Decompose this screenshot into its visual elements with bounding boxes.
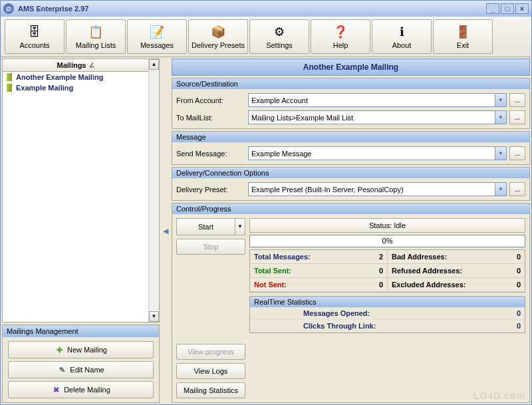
- view-progress-button: View progress: [176, 344, 245, 360]
- delivery-preset-browse-button[interactable]: ...: [509, 182, 525, 196]
- from-account-label: From Account:: [176, 96, 248, 104]
- sort-arrow-icon: ∠: [89, 62, 94, 68]
- realtime-stats-header: RealTime Statistics: [250, 297, 525, 307]
- view-logs-button[interactable]: View Logs: [176, 363, 245, 379]
- toolbar-settings-button[interactable]: ⚙Settings: [249, 19, 309, 54]
- refused-addresses-value: 0: [517, 267, 521, 275]
- scroll-up-button[interactable]: ▲: [149, 59, 159, 70]
- mailing-item-0[interactable]: Another Example Mailing: [3, 72, 148, 82]
- new-mailing-button[interactable]: ✚ New Mailing: [8, 341, 154, 358]
- exit-icon: 🚪: [454, 24, 472, 40]
- app-icon: @: [3, 3, 14, 14]
- mailings-scrollbar[interactable]: ▲ ▼: [148, 59, 159, 322]
- management-header: Mailings Management: [3, 325, 159, 337]
- main-toolbar: 🗄Accounts📋Mailing Lists📝Messages📦Deliver…: [1, 17, 531, 57]
- to-maillist-dropdown[interactable]: Mailing Lists>Example Mail List ▼: [248, 110, 507, 124]
- total-sent-label: Total Sent:: [254, 267, 291, 275]
- control-section-header: Control/Progress: [172, 203, 529, 214]
- status-text: Status: Idle: [249, 218, 525, 233]
- source-section-header: Source/Destination: [172, 78, 529, 89]
- chevron-down-icon: ▼: [495, 147, 506, 160]
- accounts-icon: 🗄: [25, 24, 44, 40]
- toolbar-accounts-button[interactable]: 🗄Accounts: [5, 19, 65, 54]
- start-dropdown-button[interactable]: ▼: [235, 218, 245, 235]
- close-button[interactable]: ×: [515, 3, 529, 14]
- toolbar-mailing-lists-button[interactable]: 📋Mailing Lists: [66, 19, 126, 54]
- watermark: LO4D.com: [473, 390, 525, 401]
- edit-name-button[interactable]: ✎ Edit Name: [8, 361, 154, 378]
- chevron-down-icon: ▼: [495, 111, 506, 124]
- chevron-down-icon: ▼: [495, 94, 506, 106]
- send-message-label: Send Message:: [176, 150, 248, 158]
- messages-opened-label: Messages Opened:: [303, 309, 370, 317]
- from-account-browse-button[interactable]: ...: [509, 93, 525, 107]
- mailing-lists-icon: 📋: [86, 24, 105, 40]
- messages-opened-value: 0: [494, 309, 521, 317]
- total-sent-value: 0: [379, 267, 383, 275]
- clicks-through-value: 0: [494, 322, 521, 330]
- titlebar: @ AMS Enterprise 2.97 _ □ ×: [1, 1, 531, 17]
- status-bar-icon: [7, 73, 12, 81]
- status-bar-icon: [7, 84, 12, 92]
- splitter-collapse[interactable]: ◀: [162, 59, 169, 403]
- mailing-title: Another Example Mailing: [172, 59, 530, 76]
- toolbar-messages-button[interactable]: 📝Messages: [127, 19, 187, 54]
- about-icon: ℹ: [392, 24, 411, 40]
- minimize-button[interactable]: _: [486, 3, 499, 14]
- mailing-statistics-button[interactable]: Mailing Statistics: [176, 382, 245, 398]
- not-sent-label: Not Sent:: [254, 281, 287, 289]
- from-account-dropdown[interactable]: Example Account ▼: [248, 93, 507, 107]
- plus-icon: ✚: [55, 345, 64, 354]
- delivery-preset-label: Delivery Preset:: [176, 186, 248, 194]
- send-message-browse-button[interactable]: ...: [509, 146, 525, 160]
- bad-addresses-value: 0: [517, 253, 521, 261]
- send-message-dropdown[interactable]: Example Message ▼: [248, 146, 507, 160]
- clicks-through-label: Clicks Through Link:: [303, 322, 376, 330]
- settings-icon: ⚙: [270, 24, 289, 40]
- excluded-addresses-label: Excluded Addresses:: [392, 281, 466, 289]
- maximize-button[interactable]: □: [501, 3, 514, 14]
- toolbar-exit-button[interactable]: 🚪Exit: [433, 19, 493, 54]
- delivery-presets-icon: 📦: [209, 24, 227, 40]
- not-sent-value: 0: [379, 281, 383, 289]
- mailing-item-1[interactable]: Example Mailing: [3, 82, 148, 93]
- excluded-addresses-value: 0: [517, 281, 521, 289]
- scroll-down-button[interactable]: ▼: [149, 311, 159, 322]
- progress-bar: 0%: [249, 235, 525, 247]
- refused-addresses-label: Refused Addresses:: [392, 267, 462, 275]
- edit-icon: ✎: [57, 365, 66, 374]
- toolbar-about-button[interactable]: ℹAbout: [372, 19, 432, 54]
- mailings-header[interactable]: Mailings ∠: [3, 59, 148, 72]
- delete-mailing-button[interactable]: ✖ Delete Mailing: [8, 381, 154, 398]
- message-section-header: Message: [172, 132, 529, 142]
- bad-addresses-label: Bad Addresses:: [392, 253, 447, 261]
- help-icon: ❓: [331, 24, 350, 40]
- toolbar-delivery-presets-button[interactable]: 📦Delivery Presets: [188, 19, 248, 54]
- total-messages-label: Total Messages:: [254, 253, 311, 261]
- delivery-preset-dropdown[interactable]: Example Preset (Built-In Server, Pesonal…: [248, 182, 507, 196]
- delivery-section-header: Delivery/Connection Options: [172, 168, 529, 178]
- start-button[interactable]: Start: [176, 218, 235, 235]
- messages-icon: 📝: [148, 24, 166, 40]
- delete-icon: ✖: [51, 385, 61, 394]
- total-messages-value: 2: [379, 253, 383, 261]
- chevron-down-icon: ▼: [495, 183, 506, 196]
- to-maillist-browse-button[interactable]: ...: [509, 110, 525, 124]
- stop-button: Stop: [176, 239, 245, 255]
- toolbar-help-button[interactable]: ❓Help: [311, 19, 370, 54]
- window-title: AMS Enterprise 2.97: [18, 5, 88, 13]
- to-maillist-label: To MailList:: [176, 114, 248, 122]
